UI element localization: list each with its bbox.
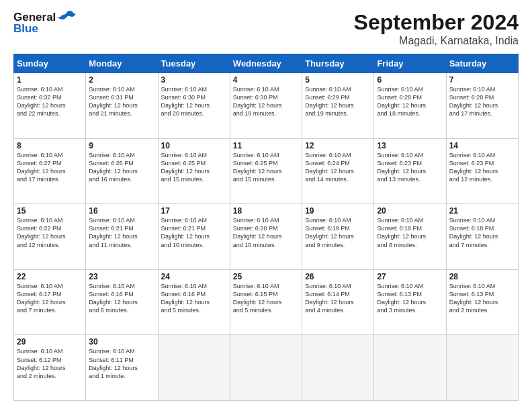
weekday-header-row: Sunday Monday Tuesday Wednesday Thursday…: [14, 54, 519, 73]
header-saturday: Saturday: [446, 54, 518, 73]
day-number: 15: [17, 206, 83, 216]
table-row: 8Sunrise: 6:10 AM Sunset: 6:27 PM Daylig…: [14, 138, 86, 204]
day-number: 7: [449, 75, 515, 85]
table-row: 11Sunrise: 6:10 AM Sunset: 6:25 PM Dayli…: [230, 138, 302, 204]
day-info: Sunrise: 6:10 AM Sunset: 6:18 PM Dayligh…: [377, 216, 443, 249]
logo-text-blue: Blue: [13, 22, 38, 36]
day-info: Sunrise: 6:10 AM Sunset: 6:13 PM Dayligh…: [377, 282, 443, 315]
table-row: [230, 335, 302, 401]
header-tuesday: Tuesday: [158, 54, 230, 73]
day-info: Sunrise: 6:10 AM Sunset: 6:28 PM Dayligh…: [377, 85, 443, 118]
day-number: 23: [89, 272, 154, 281]
day-info: Sunrise: 6:10 AM Sunset: 6:32 PM Dayligh…: [17, 85, 83, 118]
calendar-week-row: 15Sunrise: 6:10 AM Sunset: 6:22 PM Dayli…: [14, 204, 519, 270]
day-info: Sunrise: 6:10 AM Sunset: 6:25 PM Dayligh…: [233, 151, 299, 184]
table-row: 20Sunrise: 6:10 AM Sunset: 6:18 PM Dayli…: [374, 204, 446, 270]
table-row: 5Sunrise: 6:10 AM Sunset: 6:29 PM Daylig…: [302, 73, 374, 139]
table-row: 27Sunrise: 6:10 AM Sunset: 6:13 PM Dayli…: [374, 269, 446, 335]
title-block: September 2024 Magadi, Karnataka, India: [354, 10, 519, 47]
logo: General Blue: [13, 10, 76, 36]
calendar-subtitle: Magadi, Karnataka, India: [354, 35, 519, 47]
day-number: 20: [377, 206, 443, 216]
day-info: Sunrise: 6:10 AM Sunset: 6:30 PM Dayligh…: [233, 85, 299, 118]
table-row: [374, 335, 446, 401]
day-number: 11: [233, 141, 299, 150]
day-info: Sunrise: 6:10 AM Sunset: 6:24 PM Dayligh…: [305, 151, 371, 184]
table-row: 4Sunrise: 6:10 AM Sunset: 6:30 PM Daylig…: [230, 73, 302, 139]
day-info: Sunrise: 6:10 AM Sunset: 6:22 PM Dayligh…: [17, 216, 83, 249]
day-number: 14: [449, 141, 515, 150]
table-row: 23Sunrise: 6:10 AM Sunset: 6:16 PM Dayli…: [86, 269, 158, 335]
day-number: 6: [377, 75, 443, 85]
table-row: 3Sunrise: 6:10 AM Sunset: 6:30 PM Daylig…: [158, 73, 230, 139]
day-number: 25: [233, 272, 299, 281]
table-row: 16Sunrise: 6:10 AM Sunset: 6:21 PM Dayli…: [86, 204, 158, 270]
day-number: 10: [161, 141, 227, 150]
calendar-title: September 2024: [354, 10, 519, 35]
day-number: 3: [161, 75, 227, 85]
table-row: 7Sunrise: 6:10 AM Sunset: 6:28 PM Daylig…: [446, 73, 518, 139]
day-number: 13: [377, 141, 443, 150]
calendar-table: Sunday Monday Tuesday Wednesday Thursday…: [13, 54, 519, 401]
header-sunday: Sunday: [14, 54, 86, 73]
table-row: 29Sunrise: 6:10 AM Sunset: 6:12 PM Dayli…: [14, 335, 86, 401]
table-row: 17Sunrise: 6:10 AM Sunset: 6:21 PM Dayli…: [158, 204, 230, 270]
day-number: 1: [17, 75, 83, 85]
day-info: Sunrise: 6:10 AM Sunset: 6:21 PM Dayligh…: [161, 216, 227, 249]
header: General Blue September 2024 Magadi, Karn…: [13, 10, 519, 47]
table-row: 2Sunrise: 6:10 AM Sunset: 6:31 PM Daylig…: [86, 73, 158, 139]
table-row: 18Sunrise: 6:10 AM Sunset: 6:20 PM Dayli…: [230, 204, 302, 270]
day-info: Sunrise: 6:10 AM Sunset: 6:23 PM Dayligh…: [377, 151, 443, 184]
day-number: 16: [89, 206, 154, 216]
day-number: 8: [17, 141, 83, 150]
day-info: Sunrise: 6:10 AM Sunset: 6:14 PM Dayligh…: [305, 282, 371, 315]
calendar-week-row: 8Sunrise: 6:10 AM Sunset: 6:27 PM Daylig…: [14, 138, 519, 204]
day-number: 22: [17, 272, 83, 281]
day-number: 19: [305, 206, 371, 216]
logo-bird-icon: [57, 10, 76, 25]
day-number: 29: [17, 337, 83, 347]
header-wednesday: Wednesday: [230, 54, 302, 73]
day-number: 18: [233, 206, 299, 216]
day-info: Sunrise: 6:10 AM Sunset: 6:16 PM Dayligh…: [161, 282, 227, 315]
table-row: 19Sunrise: 6:10 AM Sunset: 6:19 PM Dayli…: [302, 204, 374, 270]
table-row: 28Sunrise: 6:10 AM Sunset: 6:13 PM Dayli…: [446, 269, 518, 335]
day-number: 28: [449, 272, 515, 281]
day-info: Sunrise: 6:10 AM Sunset: 6:13 PM Dayligh…: [449, 282, 515, 315]
day-number: 30: [89, 337, 154, 347]
table-row: 12Sunrise: 6:10 AM Sunset: 6:24 PM Dayli…: [302, 138, 374, 204]
day-number: 4: [233, 75, 299, 85]
day-number: 26: [305, 272, 371, 281]
calendar-week-row: 22Sunrise: 6:10 AM Sunset: 6:17 PM Dayli…: [14, 269, 519, 335]
day-number: 12: [305, 141, 371, 150]
calendar-week-row: 29Sunrise: 6:10 AM Sunset: 6:12 PM Dayli…: [14, 335, 519, 401]
table-row: 15Sunrise: 6:10 AM Sunset: 6:22 PM Dayli…: [14, 204, 86, 270]
table-row: 25Sunrise: 6:10 AM Sunset: 6:15 PM Dayli…: [230, 269, 302, 335]
table-row: 30Sunrise: 6:10 AM Sunset: 6:11 PM Dayli…: [86, 335, 158, 401]
day-info: Sunrise: 6:10 AM Sunset: 6:18 PM Dayligh…: [449, 216, 515, 249]
header-friday: Friday: [374, 54, 446, 73]
header-thursday: Thursday: [302, 54, 374, 73]
day-number: 17: [161, 206, 227, 216]
table-row: 21Sunrise: 6:10 AM Sunset: 6:18 PM Dayli…: [446, 204, 518, 270]
day-info: Sunrise: 6:10 AM Sunset: 6:11 PM Dayligh…: [89, 347, 154, 380]
day-info: Sunrise: 6:10 AM Sunset: 6:29 PM Dayligh…: [305, 85, 371, 118]
day-info: Sunrise: 6:10 AM Sunset: 6:31 PM Dayligh…: [89, 85, 154, 118]
day-info: Sunrise: 6:10 AM Sunset: 6:19 PM Dayligh…: [305, 216, 371, 249]
table-row: 26Sunrise: 6:10 AM Sunset: 6:14 PM Dayli…: [302, 269, 374, 335]
table-row: 10Sunrise: 6:10 AM Sunset: 6:25 PM Dayli…: [158, 138, 230, 204]
day-info: Sunrise: 6:10 AM Sunset: 6:26 PM Dayligh…: [89, 151, 154, 184]
day-number: 5: [305, 75, 371, 85]
day-number: 21: [449, 206, 515, 216]
day-info: Sunrise: 6:10 AM Sunset: 6:23 PM Dayligh…: [449, 151, 515, 184]
table-row: [446, 335, 518, 401]
table-row: 14Sunrise: 6:10 AM Sunset: 6:23 PM Dayli…: [446, 138, 518, 204]
day-info: Sunrise: 6:10 AM Sunset: 6:28 PM Dayligh…: [449, 85, 515, 118]
day-number: 2: [89, 75, 154, 85]
day-info: Sunrise: 6:10 AM Sunset: 6:12 PM Dayligh…: [17, 347, 83, 380]
day-info: Sunrise: 6:10 AM Sunset: 6:30 PM Dayligh…: [161, 85, 227, 118]
day-info: Sunrise: 6:10 AM Sunset: 6:15 PM Dayligh…: [233, 282, 299, 315]
day-info: Sunrise: 6:10 AM Sunset: 6:17 PM Dayligh…: [17, 282, 83, 315]
table-row: 22Sunrise: 6:10 AM Sunset: 6:17 PM Dayli…: [14, 269, 86, 335]
header-monday: Monday: [86, 54, 158, 73]
